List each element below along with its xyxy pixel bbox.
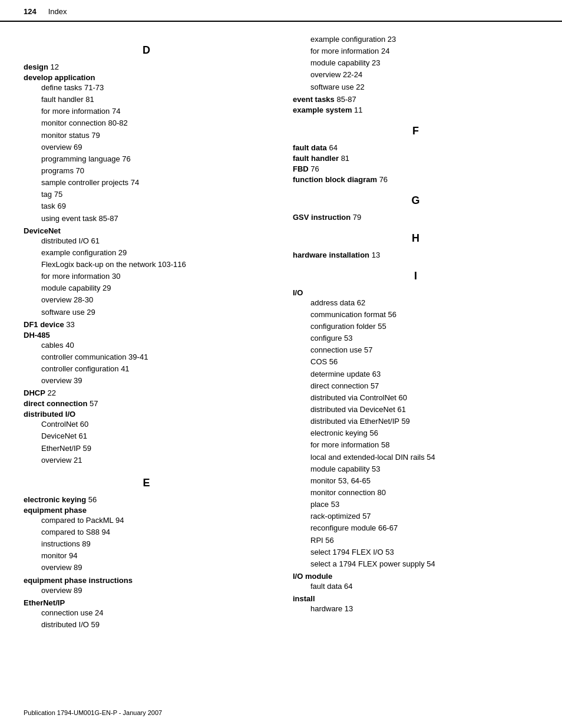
entry-page: 13	[369, 251, 380, 259]
entry-term: equipment phase	[24, 506, 87, 515]
index-entry: EtherNet/IP	[24, 598, 269, 607]
sub-entry-item: connection use 57	[310, 344, 538, 356]
entry-term: example system	[293, 106, 352, 114]
sub-entry-item: FlexLogix back-up on the network 103-116	[41, 259, 269, 271]
sub-entry-item: direct connection 57	[310, 380, 538, 392]
sub-entry-item: module capability 53	[310, 463, 538, 475]
page-header: 124 Index	[0, 0, 562, 22]
section-letter-f: F	[293, 125, 538, 137]
sub-entry-item: determine update 63	[310, 368, 538, 380]
sub-entries: compared to PackML 94compared to S88 94i…	[24, 515, 269, 574]
page-number: 124	[24, 7, 37, 16]
entry-term: install	[293, 594, 315, 603]
sub-entry-item: for more information 58	[310, 439, 538, 451]
sub-entry-item: cables 40	[41, 340, 269, 351]
section-letter-e: E	[24, 477, 269, 489]
index-entry: hardware installation 13	[293, 251, 538, 259]
entry-page: 76	[309, 164, 319, 173]
sub-entry-item: overview 28-30	[41, 294, 269, 306]
entry-term: DF1 device	[24, 320, 64, 329]
entry-term: I/O	[293, 288, 303, 297]
sub-entries: define tasks 71-73fault handler 81for mo…	[24, 82, 269, 225]
sub-entry-item: distributed via DeviceNet 61	[310, 404, 538, 416]
sub-entry-item: distributed via ControlNet 60	[310, 392, 538, 404]
index-entry: DF1 device 33	[24, 320, 269, 329]
entry-page: 57	[87, 399, 98, 408]
entry-term: develop application	[24, 73, 95, 82]
entry-term: DH-485	[24, 331, 50, 340]
sub-entry-item: fault handler 81	[41, 94, 269, 106]
entry-term: DHCP	[24, 388, 45, 397]
index-entry: FBD 76	[293, 164, 538, 173]
entry-page: 85-87	[335, 95, 356, 104]
sub-entry-item: controller communication 39-41	[41, 351, 269, 363]
sub-entry-item: programs 70	[41, 165, 269, 177]
sub-entry-item: instructions 89	[41, 538, 269, 550]
sub-entry-item: using event task 85-87	[41, 213, 269, 225]
page-footer: Publication 1794-UM001G-EN-P - January 2…	[24, 709, 538, 716]
content-area: Ddesign 12develop applicationdefine task…	[0, 22, 562, 654]
sub-entry-item: compared to PackML 94	[41, 515, 269, 526]
section-letter-g: G	[293, 195, 538, 207]
entry-page: 22	[45, 388, 56, 397]
sub-entry-item: monitor 53, 64-65	[310, 475, 538, 487]
sub-entry-item: controller configuration 41	[41, 363, 269, 375]
sub-entry-item: ControlNet 60	[41, 419, 269, 430]
sub-entry-item: distributed I/O 59	[41, 619, 269, 631]
page-title: Index	[48, 7, 67, 16]
entry-page: 81	[339, 154, 349, 163]
sub-entry-item: fault data 64	[310, 581, 538, 592]
index-entry: install	[293, 594, 538, 603]
sub-entry-item: reconfigure module 66-67	[310, 522, 538, 534]
sub-entry-item: sample controller projects 74	[41, 177, 269, 189]
sub-entry-item: example configuration 29	[41, 247, 269, 259]
index-entry: example system 11	[293, 106, 538, 114]
entry-term: EtherNet/IP	[24, 598, 65, 607]
index-entry: equipment phase instructions	[24, 576, 269, 585]
sub-entry-item: hardware 13	[310, 603, 538, 615]
index-entry: GSV instruction 79	[293, 213, 538, 222]
entry-term: direct connection	[24, 399, 87, 408]
footer-text: Publication 1794-UM001G-EN-P - January 2…	[24, 709, 162, 716]
entry-page: 11	[352, 106, 362, 114]
sub-entry-item: monitor status 79	[41, 130, 269, 141]
left-column: Ddesign 12develop applicationdefine task…	[24, 34, 281, 631]
entry-term: fault handler	[293, 154, 339, 163]
right-column: example configuration 23for more informa…	[281, 34, 538, 631]
sub-entry-item: software use 22	[310, 81, 538, 93]
sub-entry-item: rack-optimized 57	[310, 510, 538, 522]
sub-entries: example configuration 23for more informa…	[293, 34, 538, 93]
page: 124 Index Ddesign 12develop applicationd…	[0, 0, 562, 728]
entry-term: I/O module	[293, 572, 332, 581]
sub-entry-item: DeviceNet 61	[41, 430, 269, 442]
sub-entries: distributed I/O 61example configuration …	[24, 235, 269, 318]
sub-entry-item: communication format 56	[310, 309, 538, 321]
index-entry: fault data 64	[293, 143, 538, 152]
sub-entries: cables 40controller communication 39-41c…	[24, 340, 269, 387]
index-entry: design 12	[24, 62, 269, 71]
entry-term: GSV instruction	[293, 213, 351, 222]
entry-term: function block diagram	[293, 175, 377, 184]
index-entry: fault handler 81	[293, 154, 538, 163]
sub-entries: connection use 24distributed I/O 59	[24, 607, 269, 631]
sub-entry-item: monitor connection 80-82	[41, 117, 269, 129]
sub-entry-item: task 69	[41, 200, 269, 212]
sub-entry-item: EtherNet/IP 59	[41, 443, 269, 454]
sub-entry-item: connection use 24	[41, 607, 269, 619]
sub-entry-item: overview 69	[41, 141, 269, 153]
sub-entry-item: monitor 94	[41, 550, 269, 562]
sub-entry-item: tag 75	[41, 189, 269, 200]
sub-entry-item: example configuration 23	[310, 34, 538, 45]
sub-entries: hardware 13	[293, 603, 538, 615]
entry-term: hardware installation	[293, 251, 369, 259]
index-entry: develop application	[24, 73, 269, 82]
sub-entry-item: for more information 30	[41, 271, 269, 282]
index-entry: DeviceNet	[24, 226, 269, 235]
entry-term: event tasks	[293, 95, 335, 104]
entry-page: 33	[64, 320, 75, 329]
sub-entries: fault data 64	[293, 581, 538, 592]
sub-entries: overview 89	[24, 585, 269, 597]
sub-entry-item: distributed via EtherNet/IP 59	[310, 416, 538, 427]
sub-entry-item: programming language 76	[41, 153, 269, 165]
index-entry: I/O module	[293, 572, 538, 581]
